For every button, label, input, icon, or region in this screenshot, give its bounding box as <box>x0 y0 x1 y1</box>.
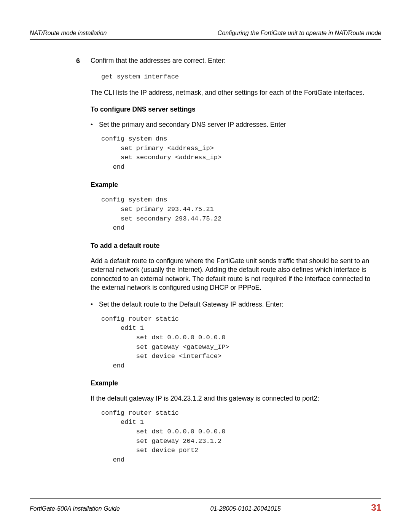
step-6: 6 Confirm that the addresses are correct… <box>91 56 381 66</box>
page-content: 6 Confirm that the addresses are correct… <box>30 56 381 488</box>
code-route-example: config router static edit 1 set dst 0.0.… <box>101 409 381 465</box>
cli-description: The CLI lists the IP address, netmask, a… <box>91 88 381 97</box>
footer-guide-name: FortiGate-500A Installation Guide <box>30 505 120 512</box>
code-dns-template: config system dns set primary <address_i… <box>101 134 381 172</box>
header-right: Configuring the FortiGate unit to operat… <box>218 30 381 37</box>
page-header: NAT/Route mode installation Configuring … <box>30 30 381 40</box>
bullet-dns: Set the primary and secondary DNS server… <box>91 120 381 129</box>
footer-doc-id: 01-28005-0101-20041015 <box>210 505 281 512</box>
code-route-template: config router static edit 1 set dst 0.0.… <box>101 315 381 371</box>
heading-default-route: To add a default route <box>91 241 381 251</box>
heading-example-1: Example <box>91 181 381 190</box>
header-left: NAT/Route mode installation <box>30 30 107 37</box>
step-number: 6 <box>76 56 80 66</box>
bullet-route-text: Set the default route to the Default Gat… <box>99 300 284 308</box>
heading-example-2: Example <box>91 379 381 388</box>
code-dns-example: config system dns set primary 293.44.75.… <box>101 195 381 233</box>
default-route-description: Add a default route to configure where t… <box>91 257 381 293</box>
bullet-dns-text: Set the primary and secondary DNS server… <box>99 121 286 128</box>
heading-dns: To configure DNS server settings <box>91 105 381 114</box>
page-footer: FortiGate-500A Installation Guide 01-280… <box>30 498 381 513</box>
code-get-interface: get system interface <box>101 72 381 82</box>
footer-page-number: 31 <box>371 502 381 513</box>
page-container: NAT/Route mode installation Configuring … <box>0 0 411 532</box>
route-example-intro: If the default gateway IP is 204.23.1.2 … <box>91 394 381 403</box>
bullet-route: Set the default route to the Default Gat… <box>91 300 381 309</box>
step-text: Confirm that the addresses are correct. … <box>91 57 226 64</box>
